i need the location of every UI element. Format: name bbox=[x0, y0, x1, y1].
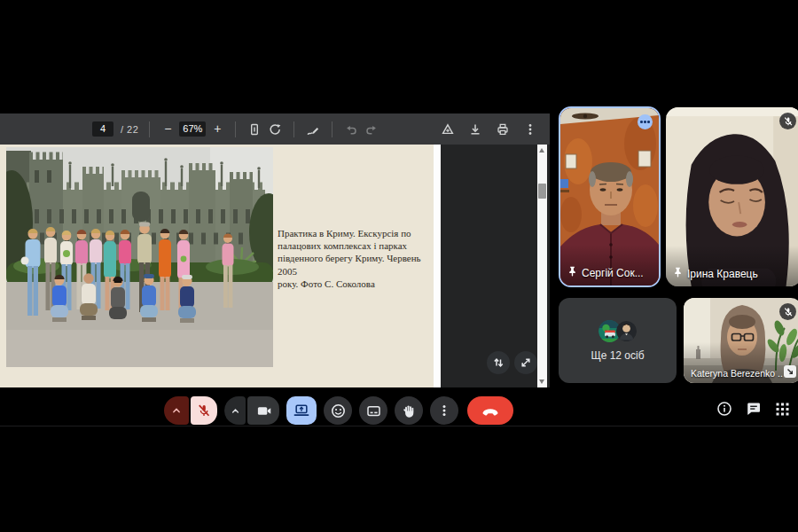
popout-icon[interactable] bbox=[784, 365, 796, 378]
mic-muted-badge bbox=[779, 113, 796, 129]
pdf-page: Практика в Криму. Екскурсія по палацових… bbox=[0, 145, 441, 387]
participant-name-chip: Сергій Сок... bbox=[567, 266, 644, 279]
participant-name: Kateryna Berezenko ... bbox=[691, 368, 783, 379]
slide-photo bbox=[6, 147, 273, 367]
divider bbox=[332, 121, 332, 137]
label-gradient bbox=[560, 245, 659, 286]
label-gradient bbox=[666, 246, 798, 286]
zoom-out-button[interactable]: − bbox=[160, 121, 175, 137]
mic-control-group bbox=[164, 396, 217, 425]
slide-background: Практика в Криму. Екскурсія по палацових… bbox=[0, 145, 434, 387]
more-options-button[interactable] bbox=[430, 396, 458, 425]
participant-name-chip: Kateryna Berezenko ... bbox=[691, 368, 783, 379]
meeting-details-icon[interactable] bbox=[716, 401, 732, 420]
zoom-level[interactable]: 67% bbox=[179, 121, 206, 137]
window-edge bbox=[0, 426, 798, 426]
video-tile-iryna[interactable]: Ірина Кравець bbox=[666, 107, 798, 286]
mic-muted-badge bbox=[779, 303, 796, 320]
pin-icon bbox=[567, 266, 577, 279]
reactions-button[interactable] bbox=[324, 396, 352, 425]
redo-icon[interactable] bbox=[364, 121, 379, 137]
call-control-bar bbox=[0, 395, 798, 426]
zoom-in-button[interactable]: + bbox=[210, 121, 224, 137]
expand-presentation-button[interactable] bbox=[514, 351, 537, 374]
page-count-label: / 22 bbox=[121, 124, 138, 135]
overflow-content: Ще 12 осіб bbox=[559, 298, 677, 383]
main-controls bbox=[164, 396, 513, 425]
video-tile-kateryna[interactable]: Kateryna Berezenko ... bbox=[684, 298, 798, 383]
scroll-down-arrow[interactable] bbox=[539, 379, 544, 384]
fit-page-icon[interactable] bbox=[246, 121, 262, 137]
rotate-icon[interactable] bbox=[267, 121, 283, 137]
raise-hand-button[interactable] bbox=[395, 396, 423, 425]
download-icon[interactable] bbox=[467, 121, 483, 137]
tile-more-button[interactable] bbox=[638, 114, 653, 129]
apps-grid-icon[interactable] bbox=[775, 402, 790, 420]
chat-icon[interactable] bbox=[746, 401, 762, 420]
divider bbox=[149, 121, 150, 137]
toolbar-more-icon[interactable] bbox=[522, 121, 538, 137]
participant-name-chip: Ірина Кравець bbox=[673, 267, 758, 280]
slide-caption: Практика в Криму. Екскурсія по палацових… bbox=[278, 227, 437, 290]
presenting-button[interactable] bbox=[286, 396, 317, 425]
scroll-up-arrow[interactable] bbox=[539, 148, 544, 153]
add-to-drive-icon[interactable] bbox=[440, 121, 456, 137]
camera-control-group bbox=[224, 396, 279, 425]
meet-window: 4 / 22 − 67% + bbox=[0, 0, 798, 532]
pdf-toolbar: 4 / 22 − 67% + bbox=[0, 113, 550, 145]
utility-controls bbox=[716, 396, 790, 425]
toolbar-right-group bbox=[440, 121, 550, 137]
captions-button[interactable] bbox=[359, 396, 387, 425]
participant-avatar bbox=[616, 321, 637, 341]
pin-icon bbox=[673, 267, 683, 280]
mic-options-chevron[interactable] bbox=[164, 396, 189, 425]
scroll-mode-button[interactable] bbox=[487, 351, 510, 374]
camera-button[interactable] bbox=[247, 396, 279, 425]
avatar-stack bbox=[598, 320, 637, 342]
page-number-input[interactable]: 4 bbox=[92, 121, 113, 137]
end-call-button[interactable] bbox=[467, 396, 513, 425]
participant-name: Ірина Кравець bbox=[687, 268, 758, 280]
undo-icon[interactable] bbox=[343, 121, 359, 137]
mic-muted-button[interactable] bbox=[191, 396, 217, 425]
divider bbox=[293, 121, 294, 137]
camera-options-chevron[interactable] bbox=[224, 396, 246, 425]
overflow-tile[interactable]: Ще 12 осіб bbox=[559, 298, 677, 383]
print-icon[interactable] bbox=[495, 121, 511, 137]
overflow-count-label: Ще 12 осіб bbox=[591, 349, 644, 362]
scrollbar-thumb[interactable] bbox=[538, 184, 546, 199]
annotate-icon[interactable] bbox=[305, 121, 321, 137]
participant-name: Сергій Сок... bbox=[582, 267, 644, 279]
pdf-viewer: Практика в Криму. Екскурсія по палацових… bbox=[0, 145, 550, 387]
divider bbox=[235, 121, 236, 137]
pdf-scrollbar[interactable] bbox=[537, 145, 547, 387]
video-tile-sergii[interactable]: Сергій Сок... bbox=[559, 106, 661, 287]
